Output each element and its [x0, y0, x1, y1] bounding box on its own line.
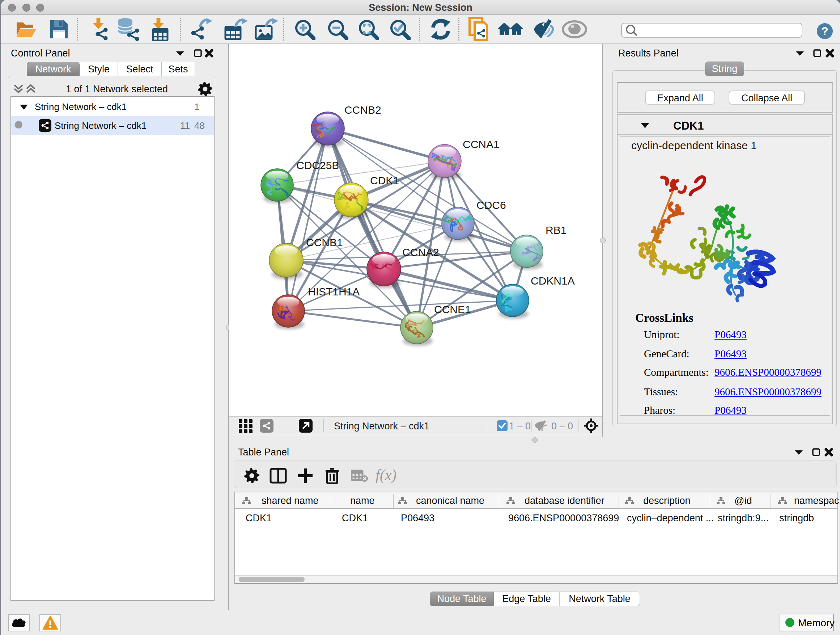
svg-text:CCNA2: CCNA2	[402, 246, 439, 258]
svg-text:CDC6: CDC6	[477, 199, 506, 211]
svg-text:CCNB1: CCNB1	[306, 236, 343, 249]
svg-text:CDK1: CDK1	[370, 174, 399, 187]
svg-text:CCNA1: CCNA1	[463, 138, 500, 150]
svg-text:RB1: RB1	[546, 224, 567, 236]
svg-text:CCNB2: CCNB2	[344, 104, 381, 116]
svg-text:CDKN1A: CDKN1A	[531, 275, 575, 287]
svg-text:HIST1H1A: HIST1H1A	[308, 286, 360, 298]
svg-text:CCNE1: CCNE1	[434, 303, 471, 315]
svg-text:CDC25B: CDC25B	[296, 159, 339, 171]
